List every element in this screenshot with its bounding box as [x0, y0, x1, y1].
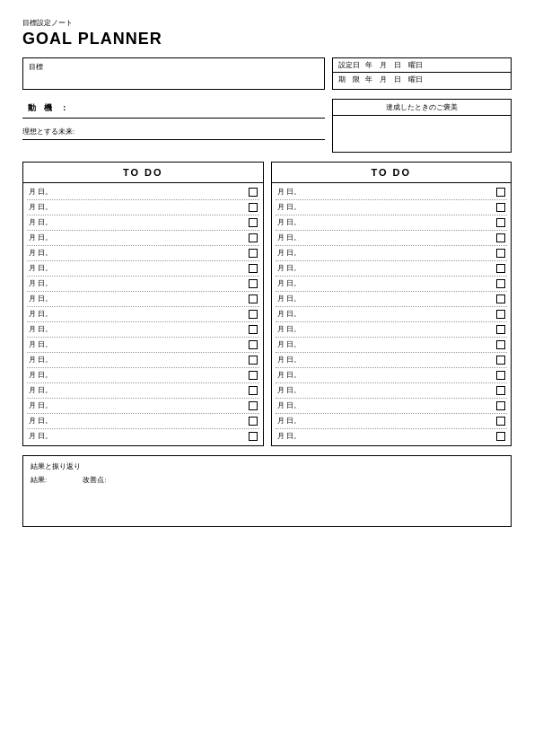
list-item: 月 日。 [27, 185, 259, 200]
list-item: 月 日。 [276, 231, 508, 246]
future-row: 理想とする未来: [22, 124, 325, 140]
list-item: 月 日。 [27, 338, 259, 353]
subtitle: 目標設定ノート [22, 18, 512, 28]
list-item: 月 日。 [276, 353, 508, 368]
todo-checkbox[interactable] [496, 218, 505, 227]
todo-checkbox[interactable] [496, 432, 505, 441]
todo-checkbox[interactable] [249, 417, 258, 426]
reward-box: 達成したときのご褒美 [332, 99, 512, 153]
improvement-label: 改善点: [83, 475, 106, 485]
list-item: 月 日。 [276, 338, 508, 353]
results-row: 結果: 改善点: [31, 475, 503, 485]
deadline-month: 月 [380, 75, 387, 84]
results-title: 結果と振り返り [31, 462, 503, 471]
todo-checkbox[interactable] [496, 203, 505, 212]
deadline-date-row: 期 限 年 月 日 曜日 [333, 73, 511, 86]
todo-month: 月 日。 [277, 233, 310, 242]
todo-month: 月 日。 [277, 417, 310, 426]
todo-checkbox[interactable] [249, 294, 258, 303]
todo-checkbox[interactable] [249, 356, 258, 365]
left-middle: 動 機 ： 理想とする未来: [22, 99, 325, 153]
todo-checkbox[interactable] [249, 371, 258, 380]
todo-month: 月 日。 [277, 218, 310, 227]
deadline-year: 年 [365, 75, 372, 84]
todo-checkbox[interactable] [496, 371, 505, 380]
todo-checkbox[interactable] [249, 325, 258, 334]
todo-checkbox[interactable] [496, 264, 505, 273]
reward-content [333, 116, 511, 152]
todo-checkbox[interactable] [249, 432, 258, 441]
todo-checkbox[interactable] [249, 188, 258, 197]
todo-checkbox[interactable] [249, 249, 258, 258]
todo-month: 月 日。 [29, 417, 61, 426]
list-item: 月 日。 [276, 414, 508, 429]
todo-checkbox[interactable] [496, 279, 505, 288]
header: 目標設定ノート GOAL PLANNER [22, 18, 512, 48]
todo-month: 月 日。 [277, 386, 310, 395]
todo-month: 月 日。 [29, 294, 61, 303]
list-item: 月 日。 [27, 215, 259, 231]
todo-checkbox[interactable] [496, 188, 505, 197]
todo-month: 月 日。 [29, 264, 61, 273]
list-item: 月 日。 [27, 200, 259, 215]
set-date-row: 設定日 年 月 日 曜日 [333, 58, 511, 73]
date-box: 設定日 年 月 日 曜日 期 限 年 月 日 曜日 [332, 57, 512, 90]
list-item: 月 日。 [27, 383, 259, 399]
list-item: 月 日。 [27, 307, 259, 322]
list-item: 月 日。 [27, 231, 259, 246]
list-item: 月 日。 [27, 246, 259, 261]
set-day: 日 [394, 60, 401, 70]
todo-checkbox[interactable] [249, 279, 258, 288]
list-item: 月 日。 [276, 322, 508, 338]
todo-month: 月 日。 [277, 432, 310, 441]
todo-checkbox[interactable] [496, 401, 505, 410]
todo-checkbox[interactable] [496, 294, 505, 303]
todo-checkbox[interactable] [249, 401, 258, 410]
todo-checkbox[interactable] [496, 340, 505, 349]
todo-month: 月 日。 [29, 279, 61, 288]
todo-month: 月 日。 [29, 340, 61, 349]
deadline-day: 日 [394, 75, 401, 84]
list-item: 月 日。 [276, 261, 508, 277]
todo-month: 月 日。 [29, 310, 61, 319]
deadline-label: 期 限 [338, 75, 360, 84]
todo-checkbox[interactable] [496, 417, 505, 426]
todo-month: 月 日。 [29, 401, 61, 410]
list-item: 月 日。 [27, 322, 259, 338]
todo-month: 月 日。 [277, 310, 310, 319]
todo-box-left: TO DO 月 日。 月 日。 月 日。 月 日。 月 日。 [22, 162, 264, 446]
top-section: 目標 設定日 年 月 日 曜日 期 限 年 月 日 曜日 [22, 57, 512, 90]
todo-month: 月 日。 [277, 249, 310, 258]
list-item: 月 日。 [276, 368, 508, 383]
title: GOAL PLANNER [22, 30, 512, 48]
todo-month: 月 日。 [277, 356, 310, 365]
todo-checkbox[interactable] [249, 218, 258, 227]
todo-checkbox[interactable] [496, 233, 505, 242]
todo-checkbox[interactable] [496, 249, 505, 258]
todo-month: 月 日。 [29, 432, 61, 441]
todo-checkbox[interactable] [496, 310, 505, 319]
todo-checkbox[interactable] [249, 203, 258, 212]
reward-header: 達成したときのご褒美 [333, 100, 511, 116]
todo-checkbox[interactable] [249, 233, 258, 242]
list-item: 月 日。 [276, 246, 508, 261]
list-item: 月 日。 [276, 277, 508, 292]
todo-checkbox[interactable] [496, 386, 505, 395]
list-item: 月 日。 [27, 429, 259, 444]
todo-month: 月 日。 [29, 188, 61, 197]
todo-month: 月 日。 [29, 249, 61, 258]
goal-box: 目標 [22, 57, 325, 90]
todo-month: 月 日。 [277, 340, 310, 349]
todo-checkbox[interactable] [496, 356, 505, 365]
list-item: 月 日。 [27, 277, 259, 292]
todo-checkbox[interactable] [496, 325, 505, 334]
todo-checkbox[interactable] [249, 264, 258, 273]
todo-checkbox[interactable] [249, 386, 258, 395]
list-item: 月 日。 [27, 292, 259, 307]
todo-month: 月 日。 [277, 294, 310, 303]
todo-checkbox[interactable] [249, 310, 258, 319]
todo-month: 月 日。 [277, 371, 310, 380]
set-year: 年 [365, 60, 372, 70]
todo-checkbox[interactable] [249, 340, 258, 349]
set-month: 月 [380, 60, 387, 70]
